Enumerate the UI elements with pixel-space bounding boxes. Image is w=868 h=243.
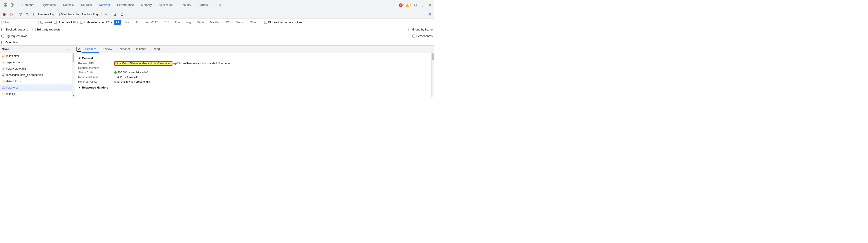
detail-tab-timing[interactable]: Timing — [149, 46, 163, 53]
screenshots-checkbox[interactable] — [412, 35, 415, 37]
error-badge[interactable]: ✕ 1 — [399, 3, 405, 7]
inspect-icon[interactable] — [2, 2, 8, 8]
file-name: index.js — [6, 92, 16, 96]
filter-type-font[interactable]: Font — [173, 20, 183, 25]
detail-tab-initiator[interactable]: Initiator — [133, 46, 149, 53]
third-party-label[interactable]: 3rd-party requests — [33, 28, 61, 31]
js-icon: JS — [2, 92, 5, 96]
filter-btn[interactable] — [18, 11, 23, 18]
main-tabs: Elements Lighthouse Console Sources Netw… — [18, 0, 399, 10]
detail-tab-response[interactable]: Response — [115, 46, 133, 53]
blocked-requests-label[interactable]: Blocked requests — [1, 28, 28, 31]
invert-checkbox[interactable] — [40, 21, 43, 24]
settings-btn[interactable]: ⚙ — [412, 2, 418, 8]
hide-ext-urls-checkbox[interactable] — [80, 21, 83, 24]
svg-rect-3 — [6, 5, 7, 7]
list-item[interactable]: H index.html — [0, 53, 72, 59]
js-icon: JS — [2, 61, 5, 64]
import-btn[interactable] — [119, 11, 125, 18]
warn-badge[interactable]: ! 1 — [405, 4, 411, 7]
file-list-scrollbar[interactable]: ▼ — [72, 46, 74, 97]
filter-type-wasm[interactable]: Wasm — [235, 20, 246, 25]
list-item[interactable]: JS library-preload.js — [0, 66, 72, 72]
blocked-cookies-checkbox[interactable] — [264, 21, 267, 24]
group-by-frame-area: Group by frame — [408, 28, 433, 31]
detail-tab-preview[interactable]: Preview — [99, 46, 115, 53]
filter-type-doc[interactable]: Doc — [123, 20, 131, 25]
export-btn[interactable] — [112, 11, 118, 18]
filter-type-fetch[interactable]: Fetch/XHR — [143, 20, 160, 25]
js-icon: JS — [2, 80, 5, 83]
hide-ext-urls-label[interactable]: Hide extension URLs — [80, 21, 112, 24]
svg-text:CSS: CSS — [2, 88, 5, 89]
big-rows-label[interactable]: Big request rows — [1, 34, 27, 38]
big-rows-checkbox[interactable] — [1, 35, 4, 37]
overview-checkbox[interactable] — [1, 41, 4, 44]
screenshots-label[interactable]: Screenshots — [412, 34, 433, 38]
close-btn[interactable]: ✕ — [427, 2, 433, 8]
tab-ui5[interactable]: UI5 — [213, 0, 225, 10]
tab-memory[interactable]: Memory — [137, 0, 155, 10]
stop-recording-btn[interactable] — [1, 11, 7, 18]
hide-data-urls-checkbox[interactable] — [54, 21, 57, 24]
filter-type-img[interactable]: Img — [184, 20, 193, 25]
blocked-requests-checkbox[interactable] — [1, 28, 4, 31]
filter-input[interactable] — [1, 20, 39, 25]
list-item[interactable]: JS detectUI5.js — [0, 78, 72, 84]
wifi-btn[interactable] — [103, 11, 109, 18]
tab-console[interactable]: Console — [59, 0, 78, 10]
hide-data-urls-label[interactable]: Hide data URLs — [54, 21, 79, 24]
referrer-policy-label: Referrer Policy: — [78, 80, 114, 83]
disable-cache-checkbox[interactable] — [57, 13, 60, 16]
throttle-select[interactable]: No throttling ▾ — [82, 13, 100, 16]
request-method-label: Request Method: — [78, 66, 114, 70]
tab-sources[interactable]: Sources — [78, 0, 96, 10]
tab-adblock[interactable]: AdBlock — [195, 0, 213, 10]
status-dot — [114, 71, 117, 74]
error-count: 1 — [403, 4, 405, 7]
filter-type-all[interactable]: All — [114, 20, 121, 25]
sync-settings-btn[interactable]: ⚙ — [427, 11, 433, 18]
tab-elements[interactable]: Elements — [18, 0, 38, 10]
preserve-log-label[interactable]: Preserve log — [33, 13, 54, 16]
close-detail-btn[interactable]: ✕ — [76, 47, 81, 52]
more-btn[interactable]: ⋮ — [420, 2, 426, 8]
disable-cache-label[interactable]: Disable cache — [57, 13, 79, 16]
blocked-cookies-label[interactable]: Blocked response cookies — [264, 21, 303, 24]
svg-rect-15 — [121, 15, 123, 16]
screenshots-text: Screenshots — [416, 34, 433, 38]
clear-btn[interactable] — [8, 11, 14, 18]
filter-type-ws[interactable]: WS — [224, 20, 232, 25]
js-icon: JS — [2, 67, 5, 70]
options-row-1: Blocked requests 3rd-party requests Grou… — [0, 26, 434, 33]
svg-text:H: H — [2, 55, 4, 57]
tab-network[interactable]: Network — [95, 0, 114, 10]
tab-performance[interactable]: Performance — [114, 0, 137, 10]
third-party-checkbox[interactable] — [33, 28, 35, 31]
filter-type-media[interactable]: Media — [195, 20, 206, 25]
search-btn[interactable] — [24, 11, 30, 18]
list-item[interactable]: JS sap-ui-core.js — [0, 59, 72, 66]
group-by-frame-label[interactable]: Group by frame — [408, 28, 433, 31]
group-by-frame-checkbox[interactable] — [408, 28, 411, 31]
list-item[interactable]: JS index.js — [0, 91, 72, 97]
filter-type-other[interactable]: Other — [248, 20, 258, 25]
detail-content-area: ▼ General Request URL: https://sapui5.ha… — [74, 53, 434, 97]
filter-type-js[interactable]: JS — [133, 20, 141, 25]
tab-application[interactable]: Application — [155, 0, 177, 10]
detail-scrollbar[interactable] — [431, 53, 434, 97]
detail-tab-headers[interactable]: Headers — [82, 46, 99, 53]
filter-type-manifest[interactable]: Manifest — [208, 20, 222, 25]
tab-lighthouse[interactable]: Lighthouse — [38, 0, 59, 10]
sort-btn[interactable] — [66, 47, 70, 51]
list-item[interactable]: PR messagebundle_en.properties — [0, 72, 72, 78]
file-name: index.html — [6, 55, 19, 58]
device-icon[interactable] — [9, 2, 16, 8]
invert-label[interactable]: Invert — [40, 21, 52, 24]
preserve-log-checkbox[interactable] — [33, 13, 36, 16]
filter-type-css[interactable]: CSS — [162, 20, 171, 25]
overview-label[interactable]: Overview — [1, 41, 18, 44]
status-text: 200 OK (from disk cache) — [118, 71, 148, 74]
tab-security[interactable]: Security — [177, 0, 195, 10]
list-item-selected[interactable]: CSS library.css — [0, 84, 72, 91]
